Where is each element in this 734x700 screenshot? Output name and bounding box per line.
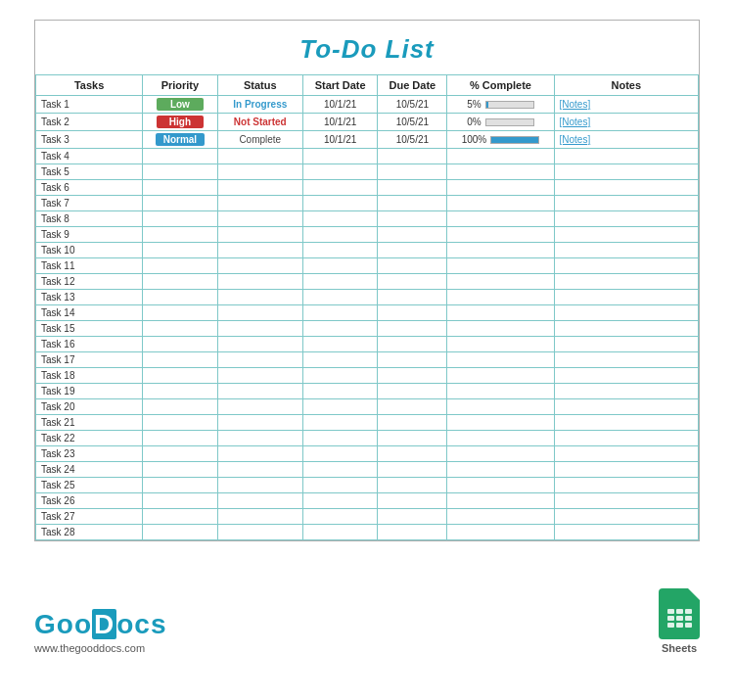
duedate-cell xyxy=(378,164,447,180)
complete-cell xyxy=(447,321,554,337)
table-row: Task 15 xyxy=(36,321,699,337)
status-cell xyxy=(217,478,302,493)
progress-bar-fill xyxy=(486,102,488,108)
task-cell: Task 22 xyxy=(36,431,143,446)
duedate-cell xyxy=(378,352,447,368)
complete-cell xyxy=(447,211,554,227)
priority-cell xyxy=(143,305,217,321)
priority-cell: Normal xyxy=(143,131,217,149)
status-cell xyxy=(217,290,302,305)
complete-cell xyxy=(447,243,554,258)
table-row: Task 23 xyxy=(36,446,699,462)
progress-bar-fill xyxy=(491,137,538,143)
priority-cell xyxy=(143,180,217,196)
table-row: Task 17 xyxy=(36,352,699,368)
status-text: In Progress xyxy=(233,99,287,110)
startdate-cell xyxy=(302,384,377,399)
notes-cell xyxy=(554,368,698,384)
task-cell: Task 19 xyxy=(36,384,143,399)
status-cell xyxy=(217,164,302,180)
duedate-cell xyxy=(378,211,447,227)
status-cell xyxy=(217,337,302,352)
complete-cell xyxy=(447,149,554,164)
sheet-container: To-Do List Tasks Priority Status Start D… xyxy=(34,20,700,541)
table-row: Task 21 xyxy=(36,415,699,431)
task-cell: Task 8 xyxy=(36,211,143,227)
priority-cell xyxy=(143,227,217,243)
notes-link[interactable]: [Notes] xyxy=(560,117,591,127)
duedate-cell xyxy=(378,180,447,196)
startdate-cell: 10/1/21 xyxy=(302,131,377,149)
table-row: Task 5 xyxy=(36,164,699,180)
priority-cell xyxy=(143,462,217,478)
task-cell: Task 21 xyxy=(36,415,143,431)
duedate-cell xyxy=(378,290,447,305)
col-tasks: Tasks xyxy=(36,75,143,96)
task-cell: Task 27 xyxy=(36,509,143,525)
complete-cell xyxy=(447,196,554,211)
notes-cell: [Notes] xyxy=(554,96,698,114)
priority-cell xyxy=(143,290,217,305)
table-row: Task 27 xyxy=(36,509,699,525)
status-cell xyxy=(217,384,302,399)
task-cell: Task 9 xyxy=(36,227,143,243)
notes-cell xyxy=(554,509,698,525)
status-cell xyxy=(217,368,302,384)
notes-cell xyxy=(554,493,698,509)
table-row: Task 9 xyxy=(36,227,699,243)
complete-cell xyxy=(447,478,554,493)
priority-cell xyxy=(143,274,217,290)
priority-cell xyxy=(143,258,217,274)
sheets-icon xyxy=(659,588,700,639)
task-cell: Task 16 xyxy=(36,337,143,352)
priority-badge: Normal xyxy=(156,133,205,146)
table-row: Task 2HighNot Started10/1/2110/5/210%[No… xyxy=(36,114,699,131)
priority-badge: High xyxy=(157,116,204,128)
priority-cell xyxy=(143,525,217,540)
website-url: www.thegooddocs.com xyxy=(34,642,166,654)
complete-cell xyxy=(447,446,554,462)
notes-cell xyxy=(554,180,698,196)
notes-cell xyxy=(554,478,698,493)
notes-cell xyxy=(554,384,698,399)
complete-cell xyxy=(447,352,554,368)
table-row: Task 26 xyxy=(36,493,699,509)
startdate-cell xyxy=(302,337,377,352)
col-startdate: Start Date xyxy=(302,75,377,96)
complete-cell xyxy=(447,227,554,243)
sheets-label: Sheets xyxy=(662,642,697,654)
complete-cell xyxy=(447,415,554,431)
startdate-cell xyxy=(302,180,377,196)
startdate-cell xyxy=(302,321,377,337)
priority-cell xyxy=(143,196,217,211)
notes-link[interactable]: [Notes] xyxy=(560,134,591,145)
cell xyxy=(676,616,683,621)
status-cell xyxy=(217,243,302,258)
col-duedate: Due Date xyxy=(378,75,447,96)
table-row: Task 7 xyxy=(36,196,699,211)
priority-cell xyxy=(143,399,217,415)
priority-cell xyxy=(143,368,217,384)
notes-cell xyxy=(554,305,698,321)
table-row: Task 20 xyxy=(36,399,699,415)
progress-bar-bg xyxy=(490,136,539,144)
duedate-cell xyxy=(378,196,447,211)
duedate-cell xyxy=(378,227,447,243)
cell xyxy=(685,616,692,621)
table-row: Task 19 xyxy=(36,384,699,399)
priority-cell xyxy=(143,149,217,164)
duedate-cell xyxy=(378,493,447,509)
duedate-cell xyxy=(378,321,447,337)
startdate-cell xyxy=(302,493,377,509)
cell xyxy=(676,609,683,614)
complete-cell xyxy=(447,337,554,352)
priority-cell xyxy=(143,337,217,352)
task-cell: Task 7 xyxy=(36,196,143,211)
table-row: Task 14 xyxy=(36,305,699,321)
sheets-icon-line-2 xyxy=(667,616,692,621)
progress-container: 5% xyxy=(452,99,548,110)
sheets-icon-block: Sheets xyxy=(659,588,700,654)
col-status: Status xyxy=(217,75,302,96)
task-cell: Task 17 xyxy=(36,352,143,368)
notes-link[interactable]: [Notes] xyxy=(560,99,591,110)
